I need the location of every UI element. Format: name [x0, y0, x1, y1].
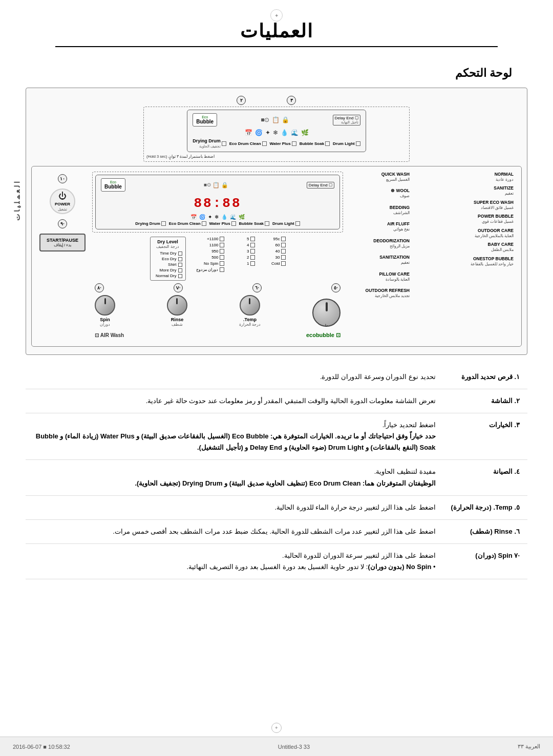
spin-1100-cb[interactable] [220, 243, 224, 247]
inst-2-text: تعرض الشاشة معلومات الدورة الحالية والوق… [26, 389, 443, 413]
annot-10: ١٠ [58, 174, 67, 183]
opt2-water-plus[interactable]: Water Plus [209, 221, 236, 226]
rinse-knob-label: Rinse شطف [171, 317, 184, 327]
prog-quick-wash: QUICK WASH الغسيل السريع [343, 172, 410, 182]
spin-col: 1100+ 1100 950 [188, 237, 224, 281]
opt2-eco-drum[interactable]: Eco Drum Clean [169, 221, 206, 226]
eco-bubble-badge-1[interactable]: Eco Bubble [193, 113, 217, 127]
opt2-drum-light[interactable]: Drum Light [272, 221, 300, 226]
rinse-3-cb[interactable] [250, 249, 255, 254]
spin-950: 950 [188, 249, 224, 254]
rinse-4-cb[interactable] [250, 243, 255, 247]
opt-drying-drum[interactable]: Drying Drum تجفيف الحاوية [193, 138, 226, 149]
instructions-table: ١. قرص تحديد الدورة تحديد نوع الدوران وس… [26, 365, 527, 579]
annot-2: ٢ [237, 96, 246, 105]
prog-power-bubble: POWER BUBBLE غسيل فقاعات قوي [419, 214, 514, 224]
temp-40-cb[interactable] [281, 249, 286, 254]
power-button[interactable]: ⏻ POWER تشغيل [50, 188, 75, 214]
rinse-knob[interactable] [167, 295, 187, 316]
header-icons-1: 🔒 📋 ⊙■ [261, 116, 289, 123]
annot-5: ·٥ [331, 283, 341, 292]
rinse-1: 1 [227, 261, 255, 266]
page-title: العمليات [31, 20, 522, 42]
start-pause-button[interactable]: START/PAUSE بدء / إيقاف [39, 234, 86, 251]
spin-500-cb[interactable] [220, 255, 224, 260]
opt-drum-light-box[interactable] [356, 141, 360, 146]
annot-3: ٣ [287, 96, 296, 105]
opt-drying-drum-box[interactable] [222, 141, 226, 146]
left-program-labels: NORMAL دورة عادية SANITIZE تعقيم SUPER E… [419, 172, 516, 270]
rinse-2-cb[interactable] [250, 255, 255, 260]
spin-knob[interactable] [95, 295, 115, 316]
annot-8: ·٨ [95, 283, 104, 292]
delay-end-btn-2[interactable]: ☐ Delay End [307, 182, 334, 188]
program-selector-knob[interactable]: ·١ [312, 299, 341, 327]
rinse-5: 5 [227, 237, 255, 241]
spin-no-spin-cb[interactable] [220, 261, 224, 266]
inst-row-2: ٢. الشاشة تعرض الشاشة معلومات الدورة الح… [26, 389, 527, 413]
knobs-section: ·١ Temp. درجة الحرارة [92, 292, 343, 329]
temp-knob-label: Temp. درجة الحرارة [239, 317, 261, 327]
annotation-row-top: ٣ ٢ [31, 96, 522, 105]
strip-icon-3: 💧 [281, 129, 288, 136]
spin-dual-cb[interactable] [220, 267, 224, 272]
si-6: 🌀 [199, 214, 205, 220]
footer-center: Untitled-3 33 [278, 744, 310, 750]
prog-pillow-care: PILLOW CARE العناية بالوسادة [343, 271, 410, 282]
temp-60-cb[interactable] [281, 243, 286, 247]
temp-40: 40 [258, 249, 286, 254]
spin-1100plus-cb[interactable] [220, 237, 224, 241]
inst-row-7: ·٧ Spin (دوران) اضغط على هذا الزر لتغيير… [26, 543, 527, 579]
opt-bubble-soak-box[interactable] [325, 141, 330, 146]
opt-drum-clean-box[interactable] [262, 141, 267, 146]
inst-7-num: ·٧ Spin (دوران) [443, 543, 527, 579]
page-container: ✦ العمليات العمليات لوحة التحكم ٣ ٢ [0, 0, 553, 756]
opt2-drying-drum[interactable]: Drying Drum [135, 221, 165, 226]
temp-30-cb[interactable] [281, 255, 286, 260]
opt2-bubble-soak[interactable]: Bubble Soak [239, 221, 269, 226]
strip-icon-6: 🌀 [255, 129, 263, 136]
right-side-labels-row: QUICK WASH الغسيل السريع WOOL ⊛ صوف BEDD… [92, 172, 415, 339]
spin-knob-label: Spin دوران [100, 317, 110, 327]
prog-bedding: BEDDING الشراشف [343, 205, 410, 216]
opt-drum-light[interactable]: Drum Light [333, 138, 360, 149]
temp-knob[interactable] [240, 295, 260, 316]
knob-number: ·١ [325, 323, 328, 328]
header-icons-2: 🔒 📋 ⊙■ [204, 182, 228, 188]
icons-strip-2: 🌿 🌊 💧 ❄ ✦ 🌀 📅 [101, 214, 334, 220]
prog-onestop: ONESTOP BUBBLE خيار واحد للغسيل بالفقاعة [419, 256, 514, 267]
annot-9: ·٩ [58, 219, 67, 228]
center-controls: QUICK WASH الغسيل السريع WOOL ⊛ صوف BEDD… [92, 172, 415, 341]
opt-drum-clean[interactable]: Eco Drum Clean [229, 138, 267, 149]
delay-end-btn-1[interactable]: ☐ Delay End تأجيل النهاية [333, 115, 360, 125]
knob-temp: Temp. درجة الحرارة [239, 295, 261, 327]
annot-6: ·٦ [252, 283, 262, 292]
spin-1100plus: 1100+ [188, 237, 224, 241]
section-header: لوحة التحكم [0, 56, 553, 88]
section-title: لوحة التحكم [455, 67, 512, 79]
rinse-1-cb[interactable] [250, 261, 255, 266]
rinse-3: 3 [227, 249, 255, 254]
si-3: 💧 [221, 214, 227, 220]
knob-program: ·١ [312, 299, 341, 327]
opt-bubble-soak[interactable]: Bubble Soak [300, 138, 330, 149]
spin-950-cb[interactable] [220, 249, 224, 254]
spin-500: 500 [188, 255, 224, 260]
temp-95-cb[interactable] [281, 237, 286, 241]
opt-drum-light-label: Drum Light [333, 141, 355, 146]
washer-main-panel: NORMAL دورة عادية SANITIZE تعقيم SUPER E… [31, 166, 522, 347]
side-arabic-label: العمليات [13, 179, 21, 221]
si-5: ✦ [208, 214, 212, 220]
eco-bubble-badge-2[interactable]: Eco Bubble [101, 178, 125, 192]
inst-4-num: ٤. الصيانة [443, 460, 527, 495]
rinse-4: 4 [227, 243, 255, 247]
temp-cold-cb[interactable] [281, 261, 286, 266]
si-7: 📅 [190, 214, 197, 220]
si-1: 🌿 [239, 214, 245, 220]
opt-water-plus-box[interactable] [292, 141, 296, 146]
strip-icon-2: 🌊 [291, 129, 299, 136]
opt-water-plus[interactable]: Water Plus [270, 138, 296, 149]
bottom-compass-mark: ✦ [271, 723, 282, 733]
options-row-1: Drum Light Bubble Soak Water Plus [193, 138, 360, 149]
rinse-5-cb[interactable] [250, 237, 255, 241]
